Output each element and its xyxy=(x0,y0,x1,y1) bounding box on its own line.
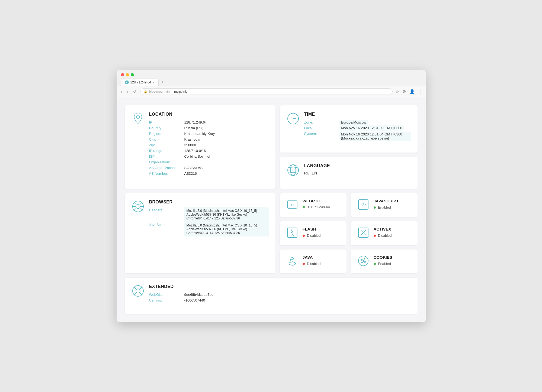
tab-title: 128.71.249.64 xyxy=(130,80,151,84)
java-title: JAVA xyxy=(303,255,321,260)
region-label: Region: xyxy=(149,131,184,137)
flash-icon xyxy=(286,227,298,240)
titlebar: ● 128.71.249.64 × + xyxy=(117,70,426,86)
webrtc-card: IP WEBRTC 128.71.249.64 xyxy=(280,193,347,217)
ip-label: IP: xyxy=(149,119,184,125)
tab-favicon: ● xyxy=(125,80,129,84)
maximize-button[interactable] xyxy=(131,73,134,76)
javascript-status-row: Enabled xyxy=(374,205,399,210)
ip-range-label: IP range: xyxy=(149,148,184,154)
svg-line-13 xyxy=(134,202,136,205)
plugins-section: IP WEBRTC 128.71.249.64 xyxy=(280,193,418,273)
address-bar[interactable]: 🔒 blue-mountain › myip.link xyxy=(140,88,393,95)
webrtc-title: WEBRTC xyxy=(303,199,330,203)
forward-button[interactable]: › xyxy=(126,89,129,94)
java-card: JAVA Disabled xyxy=(280,250,347,273)
headers-value: Mozilla/5.0 (Macintosh; Intel Mac OS X 1… xyxy=(184,207,269,222)
svg-line-14 xyxy=(140,208,142,211)
svg-rect-21 xyxy=(287,228,297,238)
page-content: LOCATION IP: 128.71.249.64 Country: Russ… xyxy=(117,97,426,322)
cookies-status-row: Enabled xyxy=(374,261,392,266)
country-label: Country: xyxy=(149,125,184,131)
cookies-info: COOKIES Enabled xyxy=(374,255,392,266)
minimize-button[interactable] xyxy=(126,73,129,76)
svg-point-31 xyxy=(362,262,363,263)
extended-card: EXTENDED WebGL: 9de6ffb4dcead7ed Canvas:… xyxy=(125,278,418,314)
account-icon[interactable]: 👤 xyxy=(409,89,415,94)
address-separator: › xyxy=(171,90,172,93)
bookmark-icon[interactable]: ☆ xyxy=(395,89,399,94)
active-tab[interactable]: ● 128.71.249.64 × xyxy=(121,79,159,86)
language-list: RU EN xyxy=(304,171,330,175)
location-content: LOCATION IP: 128.71.249.64 Country: Russ… xyxy=(149,112,215,176)
javascript-title: JAVASCRIPT xyxy=(374,199,399,203)
table-row: Country: Russia (RU) xyxy=(149,125,215,131)
flash-dot xyxy=(303,235,305,237)
webrtc-icon: IP xyxy=(286,199,298,212)
table-row: Headers: Mozilla/5.0 (Macintosh; Intel M… xyxy=(149,207,269,222)
as-num-label: AS Number: xyxy=(149,171,184,176)
java-info: JAVA Disabled xyxy=(303,255,321,266)
table-row: AS Organization: SOVAM-AS xyxy=(149,165,215,171)
close-button[interactable] xyxy=(121,73,124,76)
city-value: Krasnodar xyxy=(184,137,215,142)
webgl-value: 9de6ffb4dcead7ed xyxy=(184,292,213,297)
browser-header: BROWSER Headers: Mozilla/5.0 (Macintosh;… xyxy=(131,200,269,237)
cookies-dot xyxy=(374,263,376,265)
time-title: TIME xyxy=(304,112,411,117)
time-content: TIME Zone: Europe/Moscow Local: Mon Nov … xyxy=(304,112,411,142)
svg-point-28 xyxy=(361,259,362,260)
java-icon xyxy=(286,255,298,268)
java-status-row: Disabled xyxy=(303,261,321,266)
city-label: City: xyxy=(149,137,184,142)
activex-icon xyxy=(357,227,369,240)
org-value xyxy=(184,159,215,165)
settings-icon[interactable]: ⚙ xyxy=(402,89,406,94)
browser-card: BROWSER Headers: Mozilla/5.0 (Macintosh;… xyxy=(125,193,275,273)
javascript-card: </> JAVASCRIPT Enabled xyxy=(351,193,418,217)
local-label: Local: xyxy=(304,125,339,131)
java-status: Disabled xyxy=(307,262,321,266)
table-row: AS Number: AS3216 xyxy=(149,171,215,176)
cookies-title: COOKIES xyxy=(374,255,392,260)
webrtc-dot xyxy=(303,206,305,208)
zip-label: Zip: xyxy=(149,142,184,148)
table-row: Region: Krasnodarskiy Kray xyxy=(149,131,215,137)
extended-header: EXTENDED WebGL: 9de6ffb4dcead7ed Canvas:… xyxy=(131,284,411,303)
reload-button[interactable]: ↺ xyxy=(132,89,137,94)
java-dot xyxy=(303,263,305,265)
language-card: LANGUAGE RU EN xyxy=(280,157,418,189)
right-column: TIME Zone: Europe/Moscow Local: Mon Nov … xyxy=(280,105,418,189)
table-row: Canvas: -1006507440 xyxy=(149,297,213,303)
extended-icon xyxy=(131,284,145,299)
row-3: EXTENDED WebGL: 9de6ffb4dcead7ed Canvas:… xyxy=(125,278,418,314)
system-label: System: xyxy=(304,131,339,142)
system-value: Mon Nov 16 2020 12:31:04 GMT+0300 (Москв… xyxy=(339,131,411,142)
tab-close-button[interactable]: × xyxy=(153,81,154,84)
time-header: TIME Zone: Europe/Moscow Local: Mon Nov … xyxy=(286,112,411,142)
webgl-label: WebGL: xyxy=(149,292,184,297)
back-button[interactable]: ‹ xyxy=(120,89,123,94)
svg-point-0 xyxy=(136,115,140,119)
extended-table: WebGL: 9de6ffb4dcead7ed Canvas: -1006507… xyxy=(149,292,213,303)
table-row: ISP: Corbina Sovintel xyxy=(149,154,215,159)
activex-status: Disabled xyxy=(378,234,392,238)
browser-window: ● 128.71.249.64 × + ‹ › ↺ 🔒 blue-mountai… xyxy=(117,70,426,322)
language-ru: RU xyxy=(304,171,310,175)
svg-text:</>: </> xyxy=(360,202,366,207)
country-value: Russia (RU) xyxy=(184,125,215,131)
headers-label: Headers: xyxy=(149,207,184,222)
menu-icon[interactable]: ⋮ xyxy=(418,89,422,94)
time-table: Zone: Europe/Moscow Local: Mon Nov 16 20… xyxy=(304,119,411,142)
svg-line-39 xyxy=(134,287,136,289)
isp-label: ISP: xyxy=(149,154,184,159)
table-row: Zone: Europe/Moscow xyxy=(304,119,411,125)
new-tab-button[interactable]: + xyxy=(160,79,166,85)
location-header: LOCATION IP: 128.71.249.64 Country: Russ… xyxy=(131,112,269,176)
table-row: City: Krasnodar xyxy=(149,137,215,142)
webrtc-ip-value: 128.71.249.64 xyxy=(307,205,330,209)
table-row: JavaScript: Mozilla/5.0 (Macintosh; Inte… xyxy=(149,222,269,237)
javascript-status: Enabled xyxy=(378,205,391,209)
extended-title: EXTENDED xyxy=(149,284,213,289)
lock-icon: 🔒 xyxy=(144,90,147,93)
